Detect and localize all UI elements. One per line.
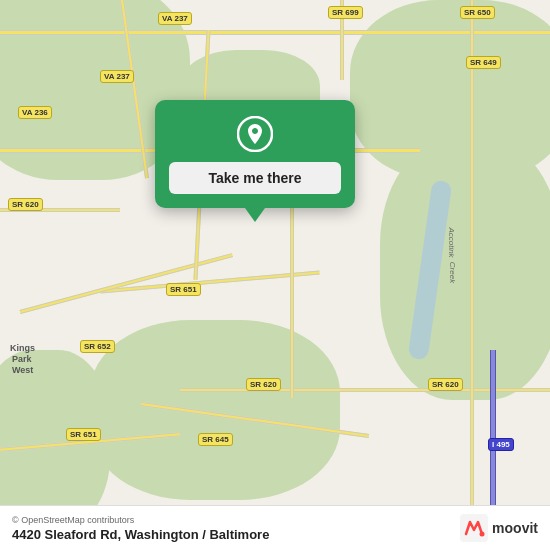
bottom-info: © OpenStreetMap contributors 4420 Sleafo… [12, 515, 269, 542]
label-sr652: SR 652 [80, 340, 115, 353]
label-sr651-mid: SR 651 [166, 283, 201, 296]
label-sr649: SR 649 [466, 56, 501, 69]
label-sr620-bot-r: SR 620 [428, 378, 463, 391]
moovit-text: moovit [492, 520, 538, 536]
park-area [380, 140, 550, 400]
label-sr620-left: SR 620 [8, 198, 43, 211]
take-me-there-button[interactable]: Take me there [169, 162, 341, 194]
map-text-creek: Creek [448, 262, 457, 283]
attribution-text: © OpenStreetMap contributors [12, 515, 269, 525]
map-container: VA 237 SR 699 SR 650 VA 237 SR 649 VA 23… [0, 0, 550, 550]
label-sr650: SR 650 [460, 6, 495, 19]
bottom-bar: © OpenStreetMap contributors 4420 Sleafo… [0, 505, 550, 550]
park-area [90, 320, 340, 500]
label-i495: I 495 [488, 438, 514, 451]
label-va236-left: VA 236 [18, 106, 52, 119]
road-right-v [470, 0, 474, 550]
moovit-icon [460, 514, 488, 542]
location-pin-icon [237, 116, 273, 152]
label-va237-top: VA 237 [158, 12, 192, 25]
address-text: 4420 Sleaford Rd, Washington / Baltimore [12, 527, 269, 542]
label-sr620-bot-l: SR 620 [246, 378, 281, 391]
map-text-kings: Kings [10, 343, 35, 353]
popup-card: Take me there [155, 100, 355, 208]
label-sr699: SR 699 [328, 6, 363, 19]
moovit-logo: moovit [460, 514, 538, 542]
svg-point-2 [480, 532, 485, 537]
map-text-accotink: Accotink [447, 227, 456, 257]
label-va237-left: VA 237 [100, 70, 134, 83]
map-text-west: West [12, 365, 33, 375]
label-sr651-bot: SR 651 [66, 428, 101, 441]
map-text-park: Park [12, 354, 32, 364]
road-va237-top [0, 30, 550, 35]
label-sr645: SR 645 [198, 433, 233, 446]
